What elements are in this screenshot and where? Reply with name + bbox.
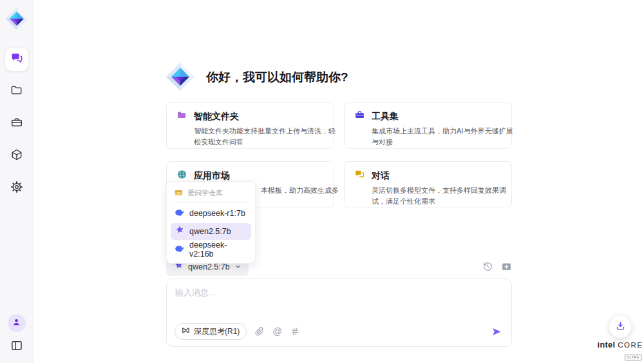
toolbox-icon (354, 110, 365, 123)
download-button[interactable] (609, 316, 631, 338)
model-dropdown-header: 爱问学仓库 (171, 186, 251, 202)
greeting-logo-icon (165, 61, 196, 92)
deep-think-toggle[interactable]: 深度思考(R1) (175, 323, 247, 340)
model-repo-label: 爱问学仓库 (187, 188, 223, 198)
chat-actions (482, 261, 512, 272)
paperclip-icon[interactable] (255, 327, 264, 336)
model-dropdown: 爱问学仓库 deepseek-r1:7b qwen2.5:7b (166, 181, 256, 264)
deep-think-label: 深度思考(R1) (194, 326, 240, 337)
collapse-sidebar-button[interactable] (5, 337, 28, 357)
model-option-qwen[interactable]: qwen2.5:7b (171, 223, 251, 240)
card-title: 对话 (372, 170, 390, 182)
app-logo-icon (3, 5, 30, 32)
sidebar-bottom (5, 314, 28, 357)
sidebar-item-settings[interactable] (5, 177, 28, 200)
divider (172, 202, 250, 203)
briefcase-icon (10, 116, 23, 132)
sidebar-item-folders[interactable] (5, 80, 28, 103)
folder-icon (176, 110, 187, 123)
message-composer: 深度思考(R1) @ (166, 279, 512, 347)
qwen-icon (175, 226, 184, 237)
user-avatar[interactable] (8, 314, 26, 332)
model-option-deepseek-v2[interactable]: deepseek-v2:16b (171, 241, 251, 258)
intel-wordmark: intel (598, 340, 616, 349)
globe-icon (176, 169, 187, 182)
card-conversation[interactable]: 对话 灵活切换多模型文件，支持多样回复效果调试，满足个性化需求 (344, 161, 512, 208)
sidebar-item-models[interactable] (5, 144, 28, 168)
model-option-label: qwen2.5:7b (189, 227, 231, 236)
hash-icon[interactable] (290, 327, 299, 336)
chat-bubbles-icon (354, 169, 365, 182)
send-icon[interactable] (491, 326, 503, 338)
folder-icon (10, 84, 23, 99)
page-title: 你好，我可以如何帮助你? (206, 69, 348, 86)
model-option-deepseek-r1[interactable]: deepseek-r1:7b (171, 205, 251, 222)
card-desc: 灵活切换多模型文件，支持多样回复效果调试，满足个性化需求 (372, 185, 515, 207)
new-chat-icon[interactable] (501, 261, 512, 272)
model-option-label: deepseek-v2:16b (189, 240, 247, 259)
deep-think-icon (182, 326, 190, 337)
download-icon (615, 320, 626, 334)
history-icon[interactable] (482, 261, 493, 272)
core-wordmark: core (618, 341, 643, 349)
composer-toolbar: 深度思考(R1) @ (175, 323, 503, 340)
deepseek-whale-icon (175, 208, 184, 219)
mention-icon[interactable]: @ (272, 326, 282, 337)
chat-icon (10, 52, 23, 67)
card-desc: 集成市场上主流工具，助力AI与外界无缝扩展与对接 (372, 126, 515, 148)
card-title: 智能文件夹 (194, 111, 239, 123)
deepseek-whale-icon (175, 244, 184, 255)
message-input[interactable] (175, 287, 503, 313)
sidebar-item-chat[interactable] (5, 48, 28, 71)
card-desc: 智能文件夹功能支持批量文件上传与清洗，轻松实现文件问答 (194, 126, 337, 148)
gear-icon (10, 181, 23, 196)
ultra-badge: ultra (625, 355, 642, 360)
archive-box-icon (175, 188, 183, 198)
card-toolset[interactable]: 工具集 集成市场上主流工具，助力AI与外界无缝扩展与对接 (344, 102, 512, 149)
sidebar-nav (5, 48, 28, 200)
user-icon (12, 317, 21, 329)
card-title: 应用市场 (194, 170, 230, 182)
card-title: 工具集 (372, 111, 399, 123)
app-window: 你好，我可以如何帮助你? 智能文件夹 智能文件夹功能支持批量文件上传与清洗，轻松… (0, 0, 644, 363)
model-option-label: deepseek-r1:7b (189, 209, 245, 218)
card-smart-folder[interactable]: 智能文件夹 智能文件夹功能支持批量文件上传与清洗，轻松实现文件问答 (166, 102, 334, 149)
panel-layout-icon (10, 339, 23, 355)
cube-icon (10, 148, 23, 164)
sidebar (0, 0, 33, 363)
sidebar-item-toolbox[interactable] (5, 112, 28, 135)
intel-core-badge: intel core ultra (596, 340, 644, 361)
